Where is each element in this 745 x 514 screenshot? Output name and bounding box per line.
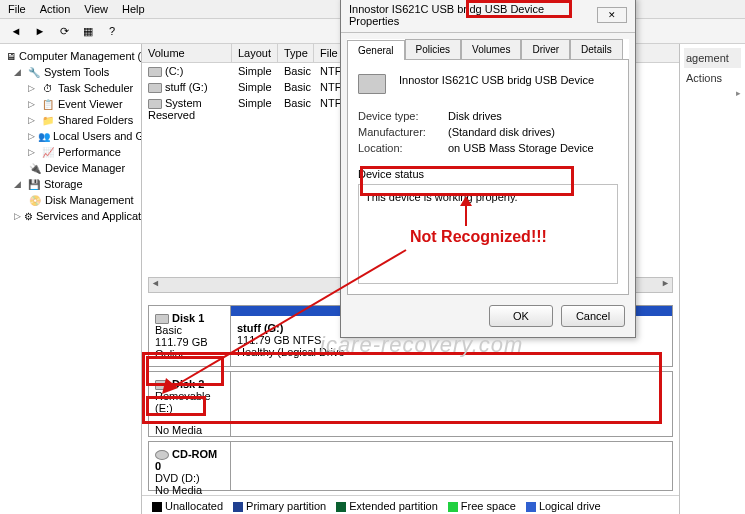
tree-device-manager[interactable]: 🔌Device Manager — [2, 160, 139, 176]
back-icon[interactable]: ◄ — [6, 22, 26, 40]
label-device-type: Device type: — [358, 110, 438, 122]
nav-tree: 🖥Computer Management (Local ◢🔧System Too… — [0, 44, 142, 514]
tree-local-users[interactable]: ▷👥Local Users and Groups — [2, 128, 139, 144]
tree-storage[interactable]: ◢💾Storage — [2, 176, 139, 192]
volume-icon — [148, 99, 162, 109]
cdrom-info: CD-ROM 0 DVD (D:) No Media — [149, 442, 231, 490]
menu-action[interactable]: Action — [40, 3, 71, 15]
dialog-tabs: General Policies Volumes Driver Details — [347, 39, 629, 60]
actions-heading: agement — [684, 48, 741, 68]
device-name: Innostor IS621C USB bridg USB Device — [399, 74, 594, 94]
actions-pane: agement Actions ▸ — [679, 44, 745, 514]
col-volume[interactable]: Volume — [142, 44, 232, 62]
legend-logical-swatch — [526, 502, 536, 512]
label-manufacturer: Manufacturer: — [358, 126, 438, 138]
device-icon — [358, 74, 386, 94]
label-location: Location: — [358, 142, 438, 154]
tab-general-body: Innostor IS621C USB bridg USB Device Dev… — [347, 60, 629, 295]
tree-disk-management[interactable]: 📀Disk Management — [2, 192, 139, 208]
tab-details[interactable]: Details — [570, 39, 623, 59]
tab-volumes[interactable]: Volumes — [461, 39, 521, 59]
tree-event-viewer[interactable]: ▷📋Event Viewer — [2, 96, 139, 112]
cdrom-block[interactable]: CD-ROM 0 DVD (D:) No Media — [148, 441, 673, 491]
forward-icon[interactable]: ► — [30, 22, 50, 40]
tree-system-tools[interactable]: ◢🔧System Tools — [2, 64, 139, 80]
cdrom-partition — [231, 442, 672, 490]
label-device-status: Device status — [358, 168, 618, 180]
legend: Unallocated Primary partition Extended p… — [142, 495, 679, 514]
tab-general[interactable]: General — [347, 40, 405, 60]
disc-icon — [155, 450, 169, 460]
value-location: on USB Mass Storage Device — [448, 142, 594, 154]
col-type[interactable]: Type — [278, 44, 314, 62]
device-properties-dialog: Innostor IS621C USB bridg USB Device Pro… — [340, 0, 636, 338]
legend-unallocated-swatch — [152, 502, 162, 512]
tree-root[interactable]: 🖥Computer Management (Local — [2, 48, 139, 64]
disk-icon — [155, 314, 169, 324]
col-layout[interactable]: Layout — [232, 44, 278, 62]
tree-task-scheduler[interactable]: ▷⏱Task Scheduler — [2, 80, 139, 96]
menu-help[interactable]: Help — [122, 3, 145, 15]
device-status-text: This device is working properly. — [365, 191, 518, 203]
tab-policies[interactable]: Policies — [405, 39, 461, 59]
tree-shared-folders[interactable]: ▷📁Shared Folders — [2, 112, 139, 128]
value-device-type: Disk drives — [448, 110, 502, 122]
legend-free-swatch — [448, 502, 458, 512]
tab-driver[interactable]: Driver — [521, 39, 570, 59]
menu-view[interactable]: View — [84, 3, 108, 15]
volume-icon — [148, 83, 162, 93]
disk2-partition — [231, 372, 672, 436]
ok-button[interactable]: OK — [489, 305, 553, 327]
disk2-info: Disk 2 Removable (E:) No Media — [149, 372, 231, 436]
help-icon[interactable]: ? — [102, 22, 122, 40]
tree-performance[interactable]: ▷📈Performance — [2, 144, 139, 160]
legend-primary-swatch — [233, 502, 243, 512]
dialog-titlebar[interactable]: Innostor IS621C USB bridg USB Device Pro… — [341, 0, 635, 33]
legend-extended-swatch — [336, 502, 346, 512]
properties-icon[interactable]: ▦ — [78, 22, 98, 40]
device-status-box: This device is working properly. — [358, 184, 618, 284]
close-icon[interactable]: ✕ — [597, 7, 627, 23]
disk2-block[interactable]: Disk 2 Removable (E:) No Media — [148, 371, 673, 437]
disk-icon — [155, 380, 169, 390]
value-manufacturer: (Standard disk drives) — [448, 126, 555, 138]
tree-services-apps[interactable]: ▷⚙Services and Applications — [2, 208, 139, 224]
cancel-button[interactable]: Cancel — [561, 305, 625, 327]
refresh-icon[interactable]: ⟳ — [54, 22, 74, 40]
volume-icon — [148, 67, 162, 77]
menu-file[interactable]: File — [8, 3, 26, 15]
actions-link[interactable]: Actions — [684, 68, 741, 88]
disk1-info: Disk 1 Basic 111.79 GB Online — [149, 306, 231, 366]
